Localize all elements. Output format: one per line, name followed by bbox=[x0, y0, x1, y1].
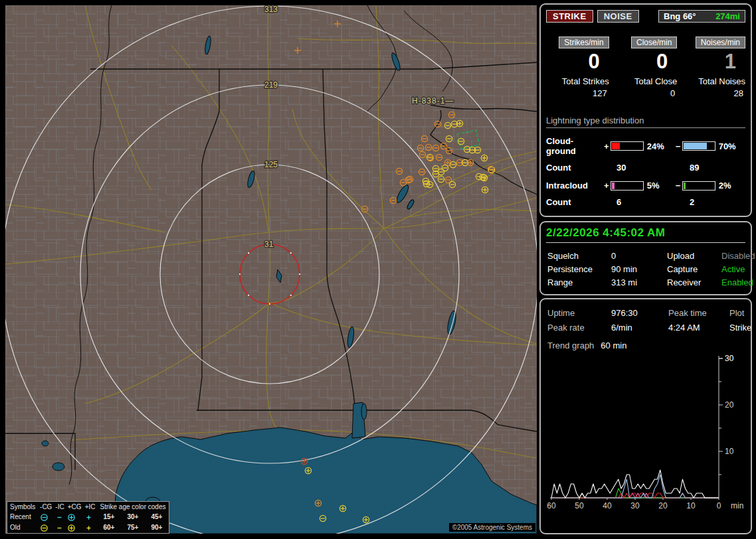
circle-plus-icon bbox=[66, 512, 83, 523]
persistence-value: 90 min bbox=[611, 263, 667, 276]
age-code-75: 75+ bbox=[121, 522, 145, 533]
plus-icon bbox=[83, 512, 97, 523]
close-counter-column: Close/min 0 Total Close 0 bbox=[614, 36, 678, 98]
lightning-distribution: Lightning type distribution Cloud-ground… bbox=[546, 116, 745, 207]
ic-plus-bar bbox=[611, 181, 644, 191]
svg-text:313: 313 bbox=[264, 5, 278, 14]
persistence-label: Persistence bbox=[547, 263, 611, 276]
ic-minus-count: 2 bbox=[690, 197, 694, 207]
total-noises-label: Total Noises bbox=[682, 76, 745, 86]
cloud-ground-row: Cloud-ground + 24% − 70% bbox=[546, 136, 745, 156]
total-noises-value: 28 bbox=[682, 88, 745, 98]
peak-rate-value: 6/min bbox=[611, 321, 668, 335]
trend-graph-label: Trend graph bbox=[547, 341, 594, 350]
svg-text:min: min bbox=[731, 501, 743, 510]
svg-text:20: 20 bbox=[725, 400, 734, 410]
total-close-value: 0 bbox=[614, 88, 678, 98]
receiver-label: Receiver bbox=[667, 276, 721, 289]
age-code-45: 45+ bbox=[145, 512, 169, 523]
svg-text:125: 125 bbox=[264, 160, 278, 169]
capture-state: Active bbox=[721, 263, 745, 276]
bearing-range-value: 274mi bbox=[715, 11, 740, 21]
map-canvas: 31125219313 H-838-1— bbox=[5, 5, 537, 534]
noise-mode-button[interactable]: NOISE bbox=[597, 10, 639, 23]
legend-recent-row: Recent 15+ 30+ 45+ bbox=[7, 512, 169, 523]
minus-icon bbox=[54, 512, 66, 523]
age-code-15: 15+ bbox=[97, 512, 121, 523]
strikes-per-min-badge: Strikes/min bbox=[559, 37, 609, 48]
cg-plus-bar bbox=[611, 141, 644, 151]
copyright-label: ©2005 Astrogenic Systems bbox=[449, 523, 535, 532]
plus-sign: + bbox=[602, 181, 611, 191]
legend-old-label: Old bbox=[7, 522, 39, 533]
svg-text:H-838-1—: H-838-1— bbox=[412, 96, 454, 106]
ic-minus-percent: 2% bbox=[715, 181, 745, 191]
range-label: Range bbox=[547, 276, 611, 289]
svg-text:31: 31 bbox=[264, 240, 274, 249]
legend-cg-pos-header: +CG bbox=[66, 502, 83, 512]
strikes-counter-column: Strikes/min 0 Total Strikes 127 bbox=[546, 36, 609, 98]
legend-age-header: Strike age color codes bbox=[97, 502, 169, 512]
legend-ic-pos-header: +IC bbox=[83, 502, 97, 512]
svg-text:219: 219 bbox=[264, 80, 278, 90]
trend-graph-span: 60 min bbox=[601, 341, 626, 350]
cloud-ground-label: Cloud-ground bbox=[546, 136, 602, 156]
distribution-title: Lightning type distribution bbox=[546, 116, 745, 128]
svg-text:0: 0 bbox=[717, 501, 721, 510]
plot-label: Plot bbox=[729, 306, 745, 321]
upload-state: Disabled bbox=[721, 250, 755, 263]
minus-icon bbox=[54, 522, 66, 533]
intracloud-row: Intracloud + 5% − 2% bbox=[546, 181, 745, 191]
stats-row: Uptime 976:30 Peak time Plot bbox=[547, 306, 745, 321]
squelch-label: Squelch bbox=[547, 250, 611, 263]
upload-label: Upload bbox=[667, 250, 721, 263]
system-status-panel: 2/22/2026 4:45:02 AM Squelch 0 Upload Di… bbox=[539, 221, 752, 295]
ic-plus-percent: 5% bbox=[644, 181, 674, 191]
count-label: Count bbox=[546, 197, 616, 207]
symbol-legend: Symbols -CG -IC +CG +IC Strike age color… bbox=[7, 501, 169, 534]
svg-text:50: 50 bbox=[575, 501, 584, 510]
cg-minus-bar bbox=[682, 141, 715, 151]
status-row: Squelch 0 Upload Disabled bbox=[547, 250, 745, 263]
rate-counters: Strikes/min 0 Total Strikes 127 Close/mi… bbox=[546, 36, 745, 98]
legend-cg-neg-header: -CG bbox=[39, 502, 54, 512]
status-row: Persistence 90 min Capture Active bbox=[547, 263, 745, 276]
cg-minus-percent: 70% bbox=[715, 141, 745, 151]
intracloud-label: Intracloud bbox=[546, 181, 602, 191]
svg-text:30: 30 bbox=[630, 501, 640, 510]
stats-row: Peak rate 6/min 4:24 AM Strike bbox=[547, 321, 745, 335]
count-label: Count bbox=[546, 163, 616, 173]
strikes-per-min-value: 0 bbox=[546, 50, 609, 74]
legend-header-row: Symbols -CG -IC +CG +IC Strike age color… bbox=[7, 502, 169, 512]
ic-minus-bar bbox=[682, 181, 715, 191]
cg-plus-count: 30 bbox=[616, 163, 690, 173]
uptime-label: Uptime bbox=[547, 306, 611, 321]
app-root: { "header": { "strike_btn": "STRIKE", "n… bbox=[0, 0, 756, 539]
noises-per-min-value: 1 bbox=[682, 50, 745, 74]
total-strikes-label: Total Strikes bbox=[546, 76, 609, 86]
svg-text:10: 10 bbox=[725, 447, 734, 456]
intracloud-count-row: Count 6 2 bbox=[546, 197, 745, 207]
svg-text:20: 20 bbox=[658, 501, 668, 510]
cg-plus-percent: 24% bbox=[644, 141, 674, 151]
noises-per-min-badge: Noises/min bbox=[696, 37, 745, 48]
stats-rows: Uptime 976:30 Peak time Plot Peak rate 6… bbox=[547, 306, 745, 335]
minus-sign: − bbox=[674, 141, 682, 151]
strike-mode-button[interactable]: STRIKE bbox=[546, 10, 593, 23]
bearing-label: Bng 66° bbox=[664, 11, 696, 21]
trend-graph-chart: 6050403020100min10203030 bbox=[545, 352, 745, 522]
age-code-90: 90+ bbox=[145, 522, 169, 533]
svg-text:40: 40 bbox=[603, 501, 612, 510]
cg-minus-count: 89 bbox=[690, 163, 699, 173]
plus-icon bbox=[83, 522, 97, 533]
noises-counter-column: Noises/min 1 Total Noises 28 bbox=[682, 36, 745, 98]
status-row: Range 313 mi Receiver Enabled bbox=[547, 276, 745, 289]
capture-label: Capture bbox=[667, 263, 721, 276]
lightning-map[interactable]: 31125219313 H-838-1— Symbols -CG -IC +CG… bbox=[5, 5, 537, 534]
trend-graph-row: Trend graph 60 min bbox=[547, 341, 745, 350]
svg-text:30: 30 bbox=[725, 354, 734, 363]
range-value: 313 mi bbox=[611, 276, 667, 289]
peak-time-label: Peak time bbox=[668, 306, 729, 321]
total-strikes-value: 127 bbox=[546, 88, 609, 98]
circle-minus-icon bbox=[39, 512, 54, 523]
